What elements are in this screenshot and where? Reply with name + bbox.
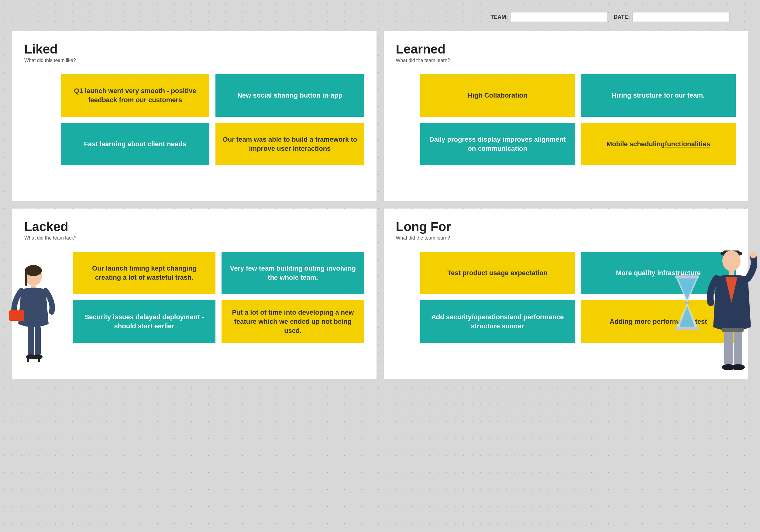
- sticky-longfor-1: Test product usage expectation: [420, 252, 575, 294]
- quadrant-grid: Liked What did this team like? Q1 launch…: [12, 31, 748, 379]
- woman-figure: [9, 263, 58, 379]
- svg-rect-22: [722, 328, 743, 332]
- sticky-learned-2: Hiring structure for our team.: [581, 74, 736, 117]
- svg-rect-9: [27, 357, 29, 363]
- svg-rect-20: [724, 329, 733, 366]
- svg-rect-11: [675, 275, 699, 278]
- svg-rect-6: [35, 325, 41, 356]
- lacked-sticky-grid: Our launch timing kept changing creating…: [73, 252, 364, 343]
- svg-rect-5: [28, 325, 34, 356]
- svg-point-1: [25, 265, 42, 276]
- lacked-subtitle: What did the team lack?: [24, 235, 364, 241]
- sticky-lacked-3: Security issues delayed deployment - sho…: [73, 300, 215, 343]
- quadrant-longfor: Long For What did the team learn? Test p…: [384, 209, 748, 379]
- sticky-liked-2: New social sharing button in-app: [215, 74, 364, 117]
- liked-sticky-grid: Q1 launch went very smooth - positive fe…: [61, 74, 364, 166]
- svg-point-8: [33, 355, 43, 359]
- svg-rect-13: [685, 302, 689, 304]
- sticky-liked-4: Our team was able to build a framework t…: [215, 123, 364, 166]
- sticky-learned-4: Mobile scheduling functionalities: [581, 123, 736, 166]
- learned-subtitle: What did the team learn?: [396, 58, 736, 63]
- learned-title: Learned: [396, 42, 736, 57]
- date-label: DATE:: [614, 14, 630, 21]
- liked-title: Liked: [24, 42, 364, 57]
- date-input[interactable]: [632, 12, 730, 22]
- sticky-lacked-4: Put a lot of time into developing a new …: [221, 300, 364, 343]
- svg-point-16: [722, 251, 740, 271]
- svg-point-19: [750, 252, 756, 259]
- longfor-subtitle: What did the team learn?: [396, 235, 736, 241]
- sticky-lacked-2: Very few team building outing involving …: [221, 252, 364, 294]
- svg-rect-12: [675, 327, 699, 330]
- date-field: DATE:: [614, 12, 730, 22]
- sticky-liked-1: Q1 launch went very smooth - positive fe…: [61, 74, 210, 117]
- sticky-learned-1: High Collaboration: [420, 74, 575, 117]
- sticky-liked-3: Fast learning about client needs: [61, 123, 210, 166]
- svg-rect-17: [729, 270, 734, 275]
- team-field: TEAM:: [491, 12, 607, 22]
- learned-sticky-grid: High CollaborationHiring structure for o…: [420, 74, 736, 166]
- svg-rect-2: [25, 270, 27, 286]
- sticky-learned-3: Daily progress display improves alignmen…: [420, 123, 575, 166]
- team-label: TEAM:: [491, 14, 508, 21]
- svg-rect-21: [734, 329, 742, 366]
- sticky-longfor-3: Add security/operations/and performance …: [420, 300, 575, 343]
- header: TEAM: DATE:: [12, 12, 748, 22]
- liked-subtitle: What did this team like?: [24, 58, 364, 63]
- man-figure: [702, 242, 757, 382]
- longfor-title: Long For: [396, 219, 736, 234]
- quadrant-liked: Liked What did this team like? Q1 launch…: [12, 31, 376, 201]
- svg-point-24: [732, 364, 745, 370]
- team-input[interactable]: [510, 12, 607, 22]
- lacked-title: Lacked: [24, 219, 364, 234]
- hourglass-figure: [669, 275, 705, 330]
- svg-rect-4: [9, 311, 24, 321]
- quadrant-lacked: Lacked What did the team lack? Our launc…: [12, 209, 376, 379]
- sticky-lacked-1: Our launch timing kept changing creating…: [73, 252, 215, 294]
- svg-rect-10: [38, 357, 40, 363]
- quadrant-learned: Learned What did the team learn? High Co…: [384, 31, 748, 201]
